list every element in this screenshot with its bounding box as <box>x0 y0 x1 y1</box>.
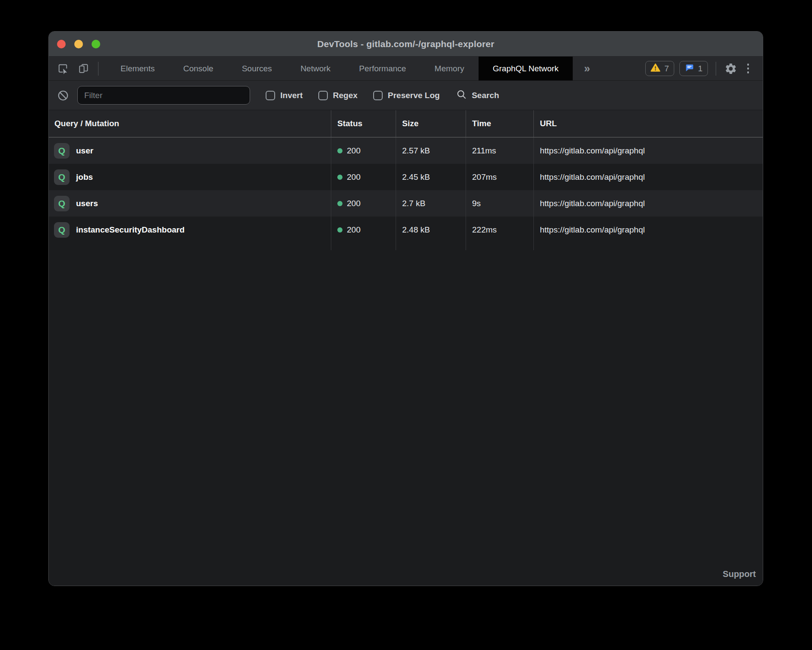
request-url: https://gitlab.com/api/graphql <box>534 164 763 190</box>
query-name: user <box>76 146 93 156</box>
search-label: Search <box>472 91 499 100</box>
messages-badge[interactable]: 1 <box>679 61 708 76</box>
status-ok-dot <box>337 175 343 180</box>
column-header-query-mutation[interactable]: Query / Mutation <box>49 110 331 137</box>
toolbar-left-icons <box>49 57 90 80</box>
response-time: 222ms <box>466 217 534 243</box>
tab-console[interactable]: Console <box>169 57 228 80</box>
query-name: jobs <box>76 172 93 182</box>
response-time: 207ms <box>466 164 534 190</box>
query-type-badge: Q <box>54 222 70 238</box>
more-tabs-chevron[interactable]: » <box>573 57 601 80</box>
chat-bubble-icon <box>685 63 694 74</box>
column-header-size[interactable]: Size <box>396 110 466 137</box>
response-size: 2.7 kB <box>396 190 466 217</box>
tab-sources[interactable]: Sources <box>228 57 286 80</box>
zoom-window-button[interactable] <box>92 40 100 48</box>
search-button[interactable]: Search <box>456 89 499 102</box>
regex-label: Regex <box>333 91 358 100</box>
preserve-log-label: Preserve Log <box>388 91 440 100</box>
response-size: 2.48 kB <box>396 217 466 243</box>
query-name: users <box>76 199 98 208</box>
requests-table-body: Q user 200 2.57 kB 211ms https://gitlab.… <box>49 137 763 586</box>
status-code: 200 <box>347 172 361 182</box>
traffic-lights <box>57 32 100 56</box>
response-size: 2.45 kB <box>396 164 466 190</box>
query-type-badge: Q <box>54 143 70 159</box>
kebab-menu-icon[interactable] <box>743 64 754 73</box>
clear-ban-icon[interactable] <box>57 89 70 102</box>
tab-graphql-network[interactable]: GraphQL Network <box>479 57 573 80</box>
filter-input[interactable] <box>77 86 250 105</box>
table-row[interactable]: Q jobs 200 2.45 kB 207ms https://gitlab.… <box>49 164 763 190</box>
column-divider-tails <box>49 243 763 250</box>
tab-performance[interactable]: Performance <box>345 57 420 80</box>
table-row[interactable]: Q instanceSecurityDashboard 200 2.48 kB … <box>49 217 763 243</box>
preserve-log-checkbox[interactable] <box>373 91 383 100</box>
regex-checkbox-group[interactable]: Regex <box>318 91 358 100</box>
column-header-time[interactable]: Time <box>466 110 534 137</box>
request-url: https://gitlab.com/api/graphql <box>534 217 763 243</box>
tab-network[interactable]: Network <box>286 57 345 80</box>
status-ok-dot <box>337 227 343 233</box>
column-header-url[interactable]: URL <box>534 110 763 137</box>
controls-divider <box>716 62 716 76</box>
table-row[interactable]: Q users 200 2.7 kB 9s https://gitlab.com… <box>49 190 763 217</box>
filter-toolbar: Invert Regex Preserve Log Search <box>49 81 763 110</box>
devtools-window: DevTools - gitlab.com/-/graphql-explorer… <box>48 31 763 586</box>
query-type-badge: Q <box>54 196 70 211</box>
settings-gear-icon[interactable] <box>724 62 738 76</box>
invert-checkbox-group[interactable]: Invert <box>266 91 303 100</box>
invert-label: Invert <box>280 91 303 100</box>
warnings-count: 7 <box>664 64 669 73</box>
warning-icon <box>650 63 660 74</box>
status-ok-dot <box>337 148 343 153</box>
warnings-badge[interactable]: 7 <box>645 61 674 76</box>
table-header: Query / Mutation Status Size Time URL <box>49 110 763 137</box>
query-name: instanceSecurityDashboard <box>76 225 184 235</box>
close-window-button[interactable] <box>57 40 66 48</box>
status-code: 200 <box>347 146 361 156</box>
request-url: https://gitlab.com/api/graphql <box>534 190 763 217</box>
minimize-window-button[interactable] <box>74 40 83 48</box>
panel-tabs: Elements Console Sources Network Perform… <box>106 57 573 80</box>
table-row[interactable]: Q user 200 2.57 kB 211ms https://gitlab.… <box>49 137 763 164</box>
invert-checkbox[interactable] <box>266 91 275 100</box>
response-time: 9s <box>466 190 534 217</box>
support-link[interactable]: Support <box>723 569 756 579</box>
tab-elements[interactable]: Elements <box>106 57 169 80</box>
regex-checkbox[interactable] <box>318 91 328 100</box>
status-code: 200 <box>347 199 361 208</box>
column-header-status[interactable]: Status <box>331 110 396 137</box>
preserve-log-checkbox-group[interactable]: Preserve Log <box>373 91 440 100</box>
status-ok-dot <box>337 201 343 206</box>
toolbar-divider <box>98 62 98 76</box>
tab-bar-right-controls: 7 1 <box>645 57 763 80</box>
devtools-tab-bar: Elements Console Sources Network Perform… <box>49 57 763 81</box>
tab-memory[interactable]: Memory <box>420 57 479 80</box>
response-time: 211ms <box>466 137 534 164</box>
request-url: https://gitlab.com/api/graphql <box>534 137 763 164</box>
status-code: 200 <box>347 225 361 235</box>
device-toolbar-icon[interactable] <box>76 62 90 76</box>
window-title: DevTools - gitlab.com/-/graphql-explorer <box>317 39 494 49</box>
query-type-badge: Q <box>54 169 70 185</box>
search-icon <box>456 89 467 102</box>
messages-count: 1 <box>698 64 703 73</box>
inspect-element-icon[interactable] <box>56 62 70 76</box>
title-bar: DevTools - gitlab.com/-/graphql-explorer <box>49 32 763 57</box>
response-size: 2.57 kB <box>396 137 466 164</box>
